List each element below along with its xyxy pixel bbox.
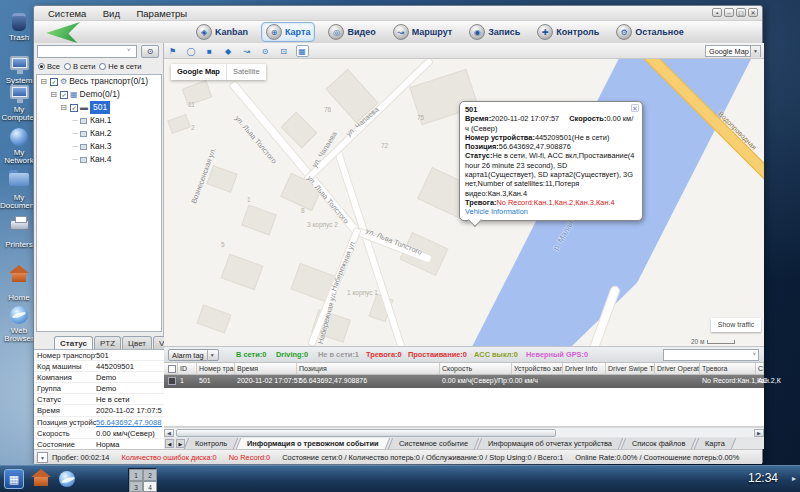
col-time[interactable]: Время xyxy=(235,363,297,374)
layers-icon[interactable]: ▦ xyxy=(296,45,309,57)
col-speed[interactable]: Скорость xyxy=(440,363,512,374)
filter-offline[interactable]: Не в сети xyxy=(99,62,141,71)
menu-view[interactable]: Вид xyxy=(103,6,120,21)
toolbar-other-button[interactable]: ⚙Остальное xyxy=(612,23,688,41)
maximize-button[interactable]: ▢ xyxy=(736,8,746,17)
checkbox[interactable]: ✓ xyxy=(50,78,58,86)
alarm-filter-combo[interactable] xyxy=(663,349,759,361)
search-button[interactable]: ⊙ xyxy=(141,45,159,58)
fullscreen-icon[interactable]: ⊡ xyxy=(277,46,290,58)
channel-icon xyxy=(80,118,87,124)
col-status[interactable]: С xyxy=(756,363,764,374)
workspace-1[interactable]: 1 xyxy=(129,469,143,481)
taskbar-home-button[interactable] xyxy=(32,470,50,488)
tree-node-group[interactable]: ⊟✓▦Demo(0/1) xyxy=(37,88,161,101)
building-label: 11 xyxy=(188,101,195,108)
collapse-icon[interactable]: ⊟ xyxy=(49,88,58,101)
layer-map-button[interactable]: Google Map xyxy=(171,64,226,80)
polygon-icon[interactable]: ◆ xyxy=(222,46,235,58)
select-all-checkbox[interactable] xyxy=(168,365,176,373)
position-link[interactable]: 56.643692,47.908876 xyxy=(96,417,162,427)
tab-device-reports[interactable]: Информация об отчетах устройства xyxy=(477,438,623,449)
tab-system-events[interactable]: Системное событие xyxy=(387,438,479,449)
row-checkbox[interactable] xyxy=(168,377,176,385)
vehicle-information-link[interactable]: Vehicle Information xyxy=(465,207,528,216)
workspace-4[interactable]: 4 xyxy=(143,481,157,492)
toolbar-video-button[interactable]: ◎Видео xyxy=(324,23,379,41)
col-driver-operating[interactable]: Driver Operating Tir xyxy=(655,363,700,374)
layer-satellite-button[interactable]: Satellite xyxy=(226,64,266,80)
horizontal-scrollbar[interactable]: ◀ ▶ xyxy=(164,427,764,437)
tray-button[interactable]: ▪ xyxy=(712,8,722,17)
tree-node-channel-4[interactable]: ─Кан.4 xyxy=(37,153,161,166)
building-label: 1 xyxy=(247,196,251,203)
circle-icon[interactable]: ◯ xyxy=(185,46,198,58)
col-id[interactable]: ID xyxy=(178,363,197,374)
search-input[interactable] xyxy=(37,45,137,58)
toolbar-kanban-button[interactable]: ◈Kanban xyxy=(192,23,252,41)
map-canvas[interactable]: Вознесенская ул. ул. Льва Толстого ул. Л… xyxy=(164,59,764,346)
tree-node-channel-2[interactable]: ─Кан.2 xyxy=(37,127,161,140)
menu-bar: Система Вид Параметры ▪ – ▢ ✕ xyxy=(34,6,762,21)
toolbar-route-button[interactable]: ↝Маршрут xyxy=(389,23,457,41)
status-driving: Driving:0 xyxy=(276,350,308,359)
tray-expand-icon[interactable]: ▸ xyxy=(792,474,796,483)
minimize-button[interactable]: – xyxy=(724,8,734,17)
rectangle-icon[interactable]: ■ xyxy=(203,46,216,58)
tab-control[interactable]: Контроль xyxy=(184,438,239,449)
flag-icon[interactable]: ⚑ xyxy=(166,46,179,58)
filter-all[interactable]: Все xyxy=(38,62,60,71)
prop-row: Скорость0.00 км/ч(Север) xyxy=(34,428,164,439)
col-driver-swipe[interactable]: Driver Swipe Time xyxy=(606,363,655,374)
scroll-left-icon[interactable]: ◀ xyxy=(164,429,174,437)
polyline-icon[interactable]: ↝ xyxy=(240,46,253,58)
tree-node-root[interactable]: ⊟✓⚙Весь транспорт(0/1) xyxy=(37,75,161,88)
tree-node-channel-1[interactable]: ─Кан.1 xyxy=(37,114,161,127)
col-record-device[interactable]: Устройство записи с xyxy=(512,363,563,374)
zoom-icon[interactable]: ⊙ xyxy=(259,46,272,58)
workspace-3[interactable]: 3 xyxy=(129,481,143,492)
tab-scroll-left-icon[interactable]: ◀ xyxy=(165,439,174,448)
home-icon xyxy=(8,273,30,293)
toolbar-map-button[interactable]: ⊕Карта xyxy=(261,22,315,42)
col-vehicle[interactable]: Номер трансп xyxy=(197,363,235,374)
tab-alarm-info[interactable]: Информация о тревожном событии xyxy=(236,438,390,449)
tab-ptz[interactable]: PTZ xyxy=(94,336,121,349)
filter-online[interactable]: В сети xyxy=(64,62,95,71)
taskbar-clock[interactable]: 12:34 xyxy=(748,471,778,485)
menu-system[interactable]: Система xyxy=(48,6,86,21)
start-menu-button[interactable]: ▦ xyxy=(4,469,24,489)
close-icon[interactable]: ✕ xyxy=(631,104,639,112)
toolbar-control-button[interactable]: ✚Контроль xyxy=(533,23,603,41)
collapse-icon[interactable]: ⊟ xyxy=(39,75,48,88)
close-button[interactable]: ✕ xyxy=(748,8,758,17)
tab-map[interactable]: Карта xyxy=(694,438,736,449)
map-area: ⚑ ◯ ■ ◆ ↝ ⊙ ⊡ ▦ Google Map▼ xyxy=(164,43,764,346)
chevron-down-icon[interactable]: ˅ xyxy=(127,47,131,53)
checkbox[interactable]: ✓ xyxy=(60,91,68,99)
checkbox[interactable]: ✓ xyxy=(70,104,78,112)
map-toolbar: ⚑ ◯ ■ ◆ ↝ ⊙ ⊡ ▦ Google Map▼ xyxy=(164,43,764,59)
alarm-tag-button[interactable]: Alarm tag▼ xyxy=(168,349,219,361)
workspace-2[interactable]: 2 xyxy=(143,469,157,481)
chevron-down-icon[interactable]: ▼ xyxy=(37,452,48,463)
map-provider-combo[interactable]: Google Map▼ xyxy=(705,45,761,57)
toolbar-record-button[interactable]: ◉Запись xyxy=(465,23,524,41)
col-driver-info[interactable]: Driver Info xyxy=(563,363,606,374)
scroll-right-icon[interactable]: ▶ xyxy=(754,429,764,437)
col-alarm[interactable]: Тревога xyxy=(700,363,756,374)
tab-status[interactable]: Статус xyxy=(54,336,93,349)
tree-node-channel-3[interactable]: ─Кан.3 xyxy=(37,140,161,153)
tab-file-list[interactable]: Список файлов xyxy=(620,438,696,449)
col-position[interactable]: Позиция xyxy=(297,363,440,374)
bottom-tab-bar: ◀ ▶ Контроль Информация о тревожном собы… xyxy=(164,437,764,449)
menu-parameters[interactable]: Параметры xyxy=(136,6,187,21)
table-row[interactable]: 1 501 2020-11-02 17:07:57 56.643692,47.9… xyxy=(164,375,764,388)
scrollbar-thumb[interactable] xyxy=(176,429,556,437)
taskbar-browser-button[interactable] xyxy=(58,470,76,488)
show-traffic-button[interactable]: Show traffic xyxy=(711,318,761,332)
collapse-icon[interactable]: ⊟ xyxy=(59,101,68,114)
tab-color[interactable]: Цвет xyxy=(122,336,152,349)
tree-node-vehicle-501[interactable]: ⊟✓▬501 xyxy=(37,101,161,114)
building-label: 5 xyxy=(221,241,225,248)
